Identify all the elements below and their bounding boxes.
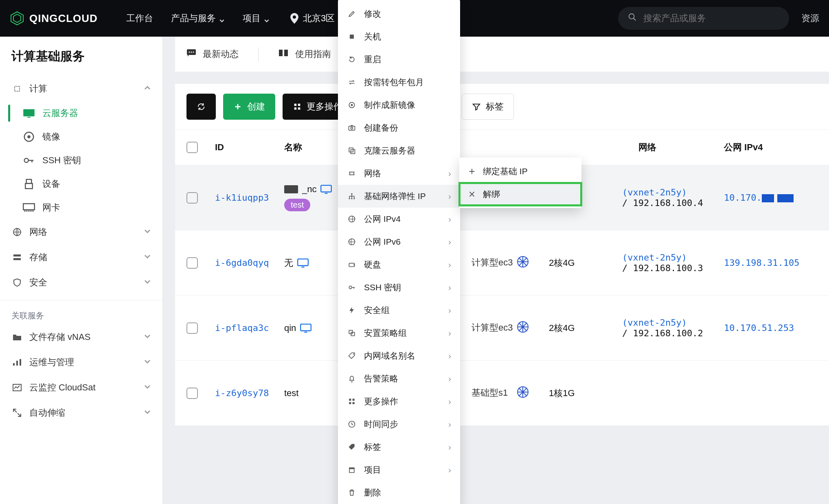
ctx-delete[interactable]: 删除 [338, 481, 460, 504]
sidebar-group-storage[interactable]: 存储 [0, 245, 162, 270]
table-row[interactable]: i-pflaqa3c qin 计算型ec3 2核4G (vxnet-2n5y) … [175, 296, 829, 361]
ctx-placement[interactable]: 安置策略组› [338, 322, 460, 344]
th-network[interactable]: 网络 [622, 141, 724, 153]
sidebar-item-vnas[interactable]: 文件存储 vNAS [0, 324, 162, 350]
svg-rect-54 [350, 35, 354, 39]
sidebar-item-autoscale[interactable]: 自动伸缩 [0, 400, 162, 425]
sidebar-item-nic[interactable]: 网卡 [8, 196, 162, 219]
table-row[interactable]: i-z6y0sy78 test 基础型s1 1核1G [175, 361, 829, 426]
ctx-public-ipv6[interactable]: 公网 IPv6› [338, 230, 460, 253]
chevron-right-icon: › [448, 214, 451, 224]
ctx-reboot[interactable]: 重启 [338, 48, 460, 71]
svg-rect-35 [298, 259, 308, 265]
ctx-time-sync[interactable]: 时间同步› [338, 413, 460, 436]
announcement-bar: 最新动态 使用指南 [175, 37, 829, 72]
th-id[interactable]: ID [215, 142, 284, 153]
ctx-alarm[interactable]: 告警策略› [338, 367, 460, 390]
tag-filter-button[interactable]: 标签 [462, 94, 514, 120]
nav-workbench[interactable]: 工作台 [126, 12, 153, 24]
global-search[interactable] [618, 7, 789, 30]
brand-logo[interactable]: QINGCLOUD [10, 11, 98, 26]
sidebar-group-compute-head[interactable]: 计算 [0, 76, 162, 101]
ctx-backup[interactable]: 创建备份 [338, 116, 460, 139]
svg-rect-11 [26, 180, 32, 184]
ctx-convert-billing[interactable]: 按需转包年包月 [338, 71, 460, 94]
svg-rect-74 [349, 399, 351, 401]
tag-badge[interactable]: test [284, 199, 310, 211]
svg-point-24 [193, 52, 194, 53]
submenu-unbind-ip[interactable]: 解绑 [459, 183, 581, 206]
submenu-bind-ip[interactable]: 绑定基础 IP [459, 160, 581, 183]
chat-icon [186, 49, 196, 59]
clock-icon [347, 419, 357, 429]
instance-id-link[interactable]: i-pflaqa3c [215, 323, 269, 333]
key-icon [347, 283, 357, 292]
brand-logo-icon [10, 11, 24, 26]
refresh-button[interactable] [186, 94, 216, 120]
ctx-network[interactable]: 网络› [338, 162, 460, 185]
globe-icon [11, 226, 23, 238]
ctx-more[interactable]: 更多操作› [338, 390, 460, 413]
svg-point-2 [293, 15, 296, 19]
chevron-down-icon [264, 15, 270, 21]
row-checkbox[interactable] [186, 388, 198, 399]
os-icon [516, 386, 549, 401]
monitor-icon[interactable] [320, 185, 332, 194]
ctx-elastic-ip[interactable]: 基础网络弹性 IP› [338, 185, 460, 208]
chevron-right-icon: › [448, 191, 451, 201]
instance-id-link[interactable]: i-k1iuqpp3 [215, 193, 269, 203]
instance-spec: 2核4G [549, 257, 622, 269]
svg-marker-1 [13, 14, 21, 22]
instance-id-link[interactable]: i-6gda0qyq [215, 258, 269, 268]
ctx-ssh[interactable]: SSH 密钥› [338, 276, 460, 299]
sidebar-item-ssh[interactable]: SSH 密钥 [8, 149, 162, 172]
svg-point-64 [351, 198, 352, 199]
select-all-checkbox[interactable] [186, 142, 198, 153]
bars-icon [11, 357, 23, 368]
ctx-security-group[interactable]: 安全组› [338, 299, 460, 322]
monitor-icon[interactable] [300, 324, 311, 333]
chevron-right-icon: › [448, 442, 451, 452]
nav-projects[interactable]: 项目 [243, 12, 270, 24]
instance-public-ip[interactable]: 10.170.51.253 [724, 323, 818, 333]
sidebar-item-images[interactable]: 镜像 [8, 125, 162, 149]
ctx-clone[interactable]: 克隆云服务器 [338, 139, 460, 162]
create-button[interactable]: 创建 [223, 94, 275, 120]
instance-id-link[interactable]: i-z6y0sy78 [215, 388, 269, 398]
archive-icon [347, 465, 357, 475]
sidebar-item-cloudsat[interactable]: 云监控 CloudSat [0, 375, 162, 400]
plus-icon [233, 102, 242, 111]
sidebar-item-servers[interactable]: 云服务器 [8, 101, 162, 125]
sidebar-item-devices[interactable]: 设备 [8, 172, 162, 196]
global-search-input[interactable] [643, 13, 779, 24]
monitor-icon[interactable] [297, 259, 309, 267]
sidebar-group-security[interactable]: 安全 [0, 270, 162, 295]
ctx-disk[interactable]: 硬盘› [338, 253, 460, 276]
nav-products[interactable]: 产品与服务 [171, 12, 225, 24]
nav-resources[interactable]: 资源 [801, 12, 819, 24]
instance-public-ip[interactable]: 139.198.31.105 [724, 258, 818, 268]
th-pubip[interactable]: 公网 IPv4 [724, 141, 818, 153]
sidebar-group-network[interactable]: 网络 [0, 219, 162, 245]
region-selector[interactable]: 北京3区 [290, 12, 335, 24]
ctx-make-image[interactable]: 制作成新镜像 [338, 94, 460, 116]
announce-news[interactable]: 最新动态 [186, 48, 239, 60]
ctx-modify[interactable]: 修改 [338, 2, 460, 25]
sidebar-divider [0, 300, 162, 300]
row-checkbox[interactable] [186, 192, 198, 204]
ctx-project[interactable]: 项目› [338, 458, 460, 481]
ctx-dns-alias[interactable]: 内网域名别名› [338, 344, 460, 367]
ctx-tags[interactable]: 标签› [338, 436, 460, 458]
ctx-public-ipv4[interactable]: 公网 IPv4› [338, 208, 460, 230]
row-checkbox[interactable] [186, 257, 198, 269]
chevron-down-icon [144, 228, 151, 237]
announce-guide[interactable]: 使用指南 [278, 48, 331, 60]
chart-icon [11, 382, 23, 393]
svg-point-23 [191, 52, 192, 53]
chevron-down-icon [219, 15, 225, 21]
row-checkbox[interactable] [186, 322, 198, 334]
sidebar-item-ops[interactable]: 运维与管理 [0, 350, 162, 375]
instance-public-ip[interactable]: 10.170. [724, 193, 818, 203]
ctx-shutdown[interactable]: 关机 [338, 25, 460, 48]
table-row[interactable]: i-6gda0qyq 无 计算型ec3 2核4G (vxnet-2n5y) / … [175, 230, 829, 296]
